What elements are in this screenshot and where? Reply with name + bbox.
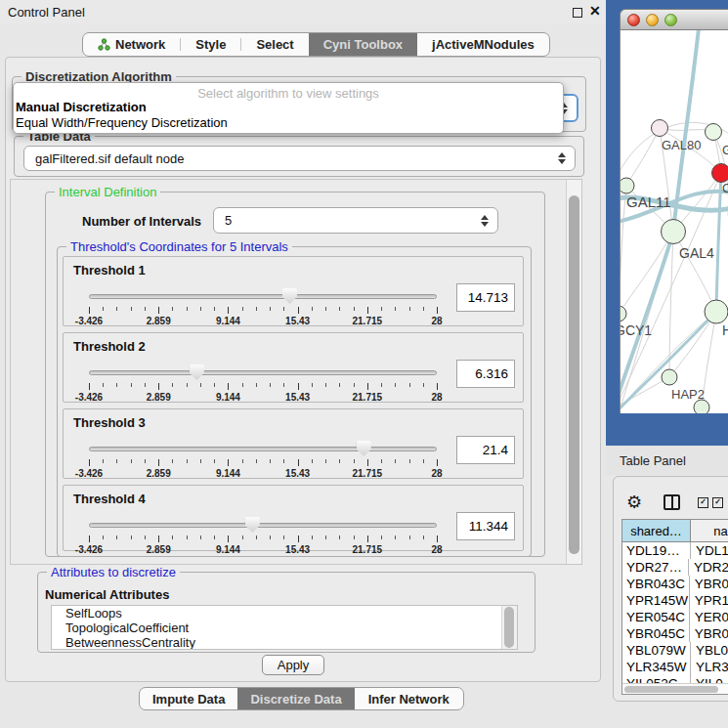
algorithm-option-manual[interactable]: Manual Discretization: [14, 100, 563, 115]
node-hap2[interactable]: [662, 369, 677, 385]
tab-infer-network[interactable]: Infer Network: [355, 688, 463, 709]
checkbox-checked-icon[interactable]: ✓: [698, 497, 708, 508]
threshold-3-slider[interactable]: -3.4262.8599.14415.4321.71528: [89, 441, 437, 478]
threshold-2-slider[interactable]: -3.4262.8599.14415.4321.71528: [89, 364, 437, 402]
column-header-name[interactable]: name: [691, 520, 728, 542]
algorithm-placeholder: Select algorithm to view settings: [14, 83, 563, 100]
tab-network-label: Network: [115, 37, 165, 52]
tab-cyni-toolbox[interactable]: Cyni Toolbox: [309, 33, 417, 56]
network-view[interactable]: GAL80 GA GAL11 C GAL4 GCY1 H HAP2: [620, 30, 728, 413]
network-graph[interactable]: GAL80 GA GAL11 C GAL4 GCY1 H HAP2: [621, 30, 728, 413]
vertical-scrollbar[interactable]: [566, 180, 581, 564]
threshold-4-slider[interactable]: -3.4262.8599.14415.4321.71528: [89, 517, 437, 554]
tab-select[interactable]: Select: [241, 33, 308, 56]
control-panel-tab-bar: Network Style Select Cyni Toolbox jActiv…: [82, 32, 550, 57]
slider-track[interactable]: [89, 447, 437, 451]
slider-thumb[interactable]: [282, 288, 297, 304]
threshold-2-panel: Threshold 2 -3.4262.8599.14415.4321.7152…: [63, 332, 524, 403]
table-row[interactable]: YBR045CYBR0: [622, 625, 728, 642]
scrollbar-thumb[interactable]: [624, 686, 718, 693]
table-row[interactable]: YDL19…YDL1: [622, 542, 728, 559]
combo-spinner-icon: [481, 215, 489, 227]
threshold-1-label: Threshold 1: [73, 263, 146, 278]
control-panel-titlebar: Control Panel: [0, 0, 606, 23]
cyni-mode-tab-bar: Impute Data Discretize Data Infer Networ…: [139, 687, 464, 710]
table-row[interactable]: YPR145WYPR1: [622, 592, 728, 609]
horizontal-scrollbar[interactable]: [622, 683, 728, 694]
attributes-group-title: Attributes to discretize: [47, 565, 180, 579]
threshold-2-value-input[interactable]: [456, 360, 515, 388]
minimize-traffic-light-icon[interactable]: [646, 14, 659, 26]
svg-text:GA: GA: [722, 143, 728, 157]
table-row[interactable]: YBL079WYBL0: [622, 642, 728, 659]
numerical-attributes-list[interactable]: SelfLoops TopologicalCoefficient Between…: [51, 605, 518, 650]
interval-definition-title: Interval Definition: [55, 185, 160, 199]
tab-impute-data[interactable]: Impute Data: [140, 688, 237, 709]
threshold-3-panel: Threshold 3 -3.4262.8599.14415.4321.7152…: [63, 408, 524, 479]
column-header-shared-name[interactable]: shared…: [622, 520, 691, 542]
numerical-attributes-label: Numerical Attributes: [45, 587, 169, 602]
node-h[interactable]: [705, 300, 728, 323]
table-body: YDL19…YDL1 YDR27…YDR2 YBR043CYBR0 YPR145…: [622, 542, 728, 685]
number-of-intervals-value: 5: [225, 213, 232, 228]
list-item[interactable]: TopologicalCoefficient: [52, 621, 517, 635]
algorithm-dropdown-popup: Select algorithm to view settings Manual…: [13, 82, 564, 134]
list-scrollbar[interactable]: [501, 606, 517, 649]
scrollbar-thumb[interactable]: [504, 607, 514, 648]
threshold-1-value-input[interactable]: [456, 283, 515, 312]
close-traffic-light-icon[interactable]: [627, 14, 640, 26]
table-data-combobox[interactable]: galFiltered.sif default node: [23, 146, 576, 171]
algorithm-option-equal-width[interactable]: Equal Width/Frequency Discretization: [14, 115, 563, 131]
slider-thumb[interactable]: [245, 517, 260, 533]
slider-track[interactable]: [89, 294, 437, 299]
float-window-icon[interactable]: [573, 8, 582, 18]
node-ga[interactable]: [706, 124, 722, 141]
table-data-value: galFiltered.sif default node: [35, 151, 184, 166]
apply-button[interactable]: Apply: [262, 655, 324, 675]
thresholds-group-title: Threshold's Coordinates for 5 Intervals: [66, 239, 292, 254]
zoom-traffic-light-icon[interactable]: [664, 14, 677, 26]
checkbox-checked-icon[interactable]: ✓: [712, 497, 723, 508]
svg-text:GAL4: GAL4: [679, 245, 714, 261]
list-item[interactable]: SelfLoops: [52, 606, 517, 621]
threshold-4-value-input[interactable]: [456, 512, 515, 540]
table-header-row: shared… name: [622, 520, 728, 542]
table-row[interactable]: YER054CYER0: [622, 609, 728, 625]
control-panel-title: Control Panel: [0, 5, 85, 20]
tab-network[interactable]: Network: [83, 33, 180, 56]
list-item[interactable]: BetweennessCentrality: [52, 635, 517, 650]
combo-spinner-icon: [558, 152, 566, 164]
node-gal4[interactable]: [662, 220, 686, 244]
threshold-3-label: Threshold 3: [73, 415, 146, 430]
number-of-intervals-combobox[interactable]: 5: [213, 207, 498, 234]
slider-track[interactable]: [89, 370, 437, 375]
threshold-3-value-input[interactable]: [456, 436, 515, 464]
slider-thumb[interactable]: [357, 441, 371, 456]
network-window-titlebar[interactable]: [620, 9, 728, 30]
slider-thumb[interactable]: [190, 364, 204, 380]
scrollbar-thumb[interactable]: [569, 195, 579, 554]
node-gcy1[interactable]: [621, 306, 626, 321]
tab-jactivemnodules[interactable]: jActiveMNodules: [417, 33, 549, 56]
node-gal80[interactable]: [652, 120, 668, 137]
threshold-4-panel: Threshold 4 -3.4262.8599.14415.4321.7152…: [63, 485, 524, 551]
slider-track[interactable]: [89, 523, 437, 528]
columns-icon[interactable]: [664, 494, 680, 510]
table-row[interactable]: YBR043CYBR0: [622, 576, 728, 592]
node-gal11[interactable]: [621, 178, 634, 193]
gear-icon[interactable]: ⚙: [626, 492, 642, 513]
tab-discretize-data[interactable]: Discretize Data: [237, 688, 354, 709]
close-icon[interactable]: ✕: [589, 3, 601, 19]
svg-text:GAL11: GAL11: [626, 193, 671, 210]
number-of-intervals-label: Number of Intervals: [82, 214, 201, 229]
table-row[interactable]: YDR27…YDR2: [622, 559, 728, 576]
node-bottom[interactable]: [694, 400, 709, 413]
table-panel-titlebar: Table Panel: [606, 446, 728, 475]
svg-text:GAL80: GAL80: [662, 138, 701, 152]
tab-style[interactable]: Style: [181, 33, 240, 56]
node-red-selected[interactable]: [712, 164, 728, 183]
node-attribute-table[interactable]: shared… name YDL19…YDL1 YDR27…YDR2 YBR04…: [621, 519, 728, 695]
table-row[interactable]: YLR345WYLR3: [622, 659, 728, 675]
threshold-4-label: Threshold 4: [73, 492, 146, 506]
threshold-1-slider[interactable]: -3.4262.8599.14415.4321.71528: [89, 288, 437, 325]
